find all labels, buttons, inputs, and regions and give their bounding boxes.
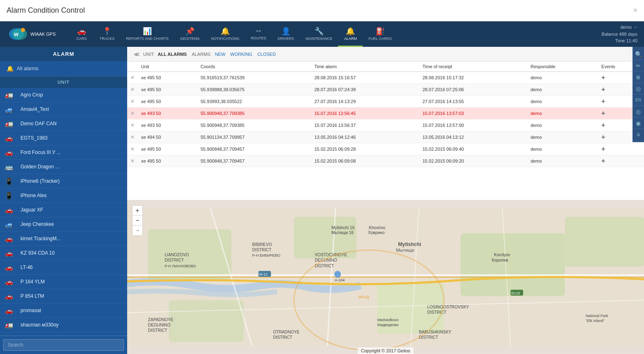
add-event-button[interactable]: + xyxy=(601,98,605,105)
table-cell-2: 13.05.2016 04:12:46 xyxy=(311,131,419,143)
close-alarm-button[interactable]: ✕ xyxy=(130,99,135,104)
close-alarm-button[interactable]: ✕ xyxy=(130,110,135,116)
unit-list-item[interactable]: 🚗 P 164 YLM xyxy=(0,275,127,289)
unit-list-item[interactable]: 🚛 Agro Crop xyxy=(0,88,127,102)
unit-list-item[interactable]: 📱 iPhone Ales xyxy=(0,188,127,203)
table-cell-0: xe 495 50 xyxy=(138,143,197,155)
circle-toolbar-button[interactable]: ◎ xyxy=(633,106,644,117)
nav-item-tracks[interactable]: 📍 TRACKS xyxy=(94,21,121,47)
working-tab[interactable]: WORKING xyxy=(230,52,252,57)
svg-text:Khovrino: Khovrino xyxy=(369,225,385,230)
nav-item-reports[interactable]: 📊 REPORTS AND CHARTS xyxy=(120,21,174,47)
close-button[interactable]: × xyxy=(633,6,637,15)
search-input[interactable] xyxy=(3,339,124,351)
all-alarms-tab[interactable]: ALL ALARMS xyxy=(158,52,187,57)
zoom-in-button[interactable]: + xyxy=(132,206,142,216)
close-alarm-button[interactable]: ✕ xyxy=(130,134,135,140)
table-cell-1: 55.916519,37.761539 xyxy=(197,72,311,84)
search-toolbar-button[interactable]: 🔍 xyxy=(633,48,644,60)
add-event-button[interactable]: + xyxy=(601,86,605,93)
lang-toolbar-button[interactable]: EN xyxy=(633,94,644,106)
unit-icon: 🚗 xyxy=(5,278,16,285)
user-time: Time 11:40 xyxy=(602,37,637,44)
unit-list-item[interactable]: 🚗 P 854 LTM xyxy=(0,289,127,303)
add-event-button[interactable]: + xyxy=(601,110,605,117)
svg-text:DISTRICT: DISTRICT xyxy=(148,328,167,333)
svg-text:Korolyov: Korolyov xyxy=(494,253,510,257)
table-cell-0: xe 494 50 xyxy=(138,131,197,143)
unit-list-item[interactable]: 🚛 shacman м330оу xyxy=(0,318,127,332)
close-alarm-button[interactable]: ✕ xyxy=(130,122,135,128)
nav-item-alarm[interactable]: 🔔 ALARM xyxy=(338,21,363,47)
add-toolbar-button[interactable]: ⊕ xyxy=(633,71,644,83)
unit-list-item[interactable]: 🚌 Golden Dragon ... xyxy=(0,160,127,174)
unit-list-item[interactable]: 🚗 LT-46 xyxy=(0,260,127,275)
unit-list-item[interactable]: 🚗 promasat xyxy=(0,303,127,318)
svg-text:DISTRICT: DISTRICT xyxy=(273,335,292,340)
unit-icon: 🚛 xyxy=(5,91,16,99)
close-alarm-button[interactable]: ✕ xyxy=(130,158,135,164)
nav-item-geoitems[interactable]: 📌 GEOITEMS xyxy=(174,21,206,47)
add-event-button[interactable]: + xyxy=(601,145,605,152)
table-row: ✕xe 495 5055.93993,38.03552227.07.2016 1… xyxy=(127,96,644,108)
table-cell-1: 55.901134,37.709957 xyxy=(197,131,311,143)
table-row: ✕xe 495 5055.939888,38.03567528.07.2016 … xyxy=(127,84,644,96)
add-event-button[interactable]: + xyxy=(601,157,605,164)
map-area: LIANOZOVO DISTRICT Р-Н ЛИАНОВОВО BIBIREV… xyxy=(127,200,644,354)
unit-list-item[interactable]: 🚗 Ford Focus III У ... xyxy=(0,145,127,160)
edit-toolbar-button[interactable]: ✏ xyxy=(633,60,644,71)
page-title: Alarm Condition Control xyxy=(7,6,85,15)
unit-list-item[interactable]: 🚗 Subaru Impreza xyxy=(0,332,127,336)
routes-nav-icon: ↔ xyxy=(255,27,262,35)
all-alarms-item[interactable]: 🔔 All alarms xyxy=(0,61,127,76)
unit-list-item[interactable]: 🚛 Demo DAF CAN xyxy=(0,117,127,131)
unit-icon: 🚗 xyxy=(5,264,16,271)
svg-rect-9 xyxy=(169,300,244,342)
table-cell-3: 28.07.2016 07:25:06 xyxy=(419,84,528,96)
target-toolbar-button[interactable]: ◎ xyxy=(633,83,644,94)
menu-toolbar-button[interactable]: ≡ xyxy=(633,129,644,140)
close-alarm-button[interactable]: ✕ xyxy=(130,87,135,92)
unit-list-item[interactable]: 🚗 Jaguar XF xyxy=(0,203,127,217)
unit-list-item[interactable]: 🚙 Arnavi4_Text xyxy=(0,102,127,117)
close-alarm-button[interactable]: ✕ xyxy=(130,146,135,152)
unit-name: P 854 LTM xyxy=(21,293,44,299)
svg-text:w: w xyxy=(14,31,18,37)
location-button[interactable]: → xyxy=(132,225,142,235)
unit-list-item[interactable]: 🚗 EGTS_1983 xyxy=(0,131,127,145)
add-event-button[interactable]: + xyxy=(601,133,605,140)
closed-tab[interactable]: CLOSED xyxy=(257,52,276,57)
nav-item-routes[interactable]: ↔ ROUTES xyxy=(245,21,272,47)
svg-point-3 xyxy=(21,28,25,32)
svg-text:DISTRICT: DISTRICT xyxy=(164,258,184,262)
circle2-toolbar-button[interactable]: ◉ xyxy=(633,117,644,129)
nav-item-notifications[interactable]: 🔔 NOTIFICATIONS xyxy=(206,21,245,47)
unit-list-item[interactable]: 📱 iPhone6 (Tracker) xyxy=(0,174,127,188)
unit-list-item[interactable]: 🚗 kirnet TrackingM... xyxy=(0,232,127,246)
nav-item-maintenance[interactable]: 🔧 MAINTENANCE xyxy=(300,21,338,47)
zoom-out-button[interactable]: − xyxy=(132,216,142,225)
unit-list-item[interactable]: 🚙 Jeep Cherokee xyxy=(0,217,127,232)
collapse-button[interactable]: ≪ xyxy=(130,49,143,59)
fuelcards-nav-icon: ⛽ xyxy=(376,27,385,36)
table-cell-1: 55.900948,37.709385 xyxy=(197,120,311,131)
nav-item-cars[interactable]: 🚗 CARS xyxy=(69,21,94,47)
table-cell-3: 28.08.2016 15:17:32 xyxy=(419,72,528,84)
unit-name: KZ 934 CDA 10 xyxy=(21,250,55,256)
close-alarm-button[interactable]: ✕ xyxy=(130,75,135,80)
new-tab[interactable]: NEW xyxy=(215,52,226,57)
table-cell-1: 55.939888,38.035675 xyxy=(197,84,311,96)
add-event-button[interactable]: + xyxy=(601,74,605,81)
svg-text:Р-Н ЛИАНОВОВО: Р-Н ЛИАНОВОВО xyxy=(164,264,196,268)
drivers-nav-label: DRIVERS xyxy=(278,37,294,41)
nav-item-drivers[interactable]: 👤 DRIVERS xyxy=(272,21,300,47)
unit-list-item[interactable]: 🚗 KZ 934 CDA 10 xyxy=(0,246,127,260)
svg-text:Мытищи: Мытищи xyxy=(396,248,414,253)
table-cell-0: xe 493 50 xyxy=(138,108,197,120)
table-row: ✕xe 493 5055.900948,37.70938515.07.2016 … xyxy=(127,120,644,131)
nav-item-fuelcards[interactable]: ⛽ FUEL CARDS xyxy=(363,21,397,47)
add-event-button[interactable]: + xyxy=(601,122,605,129)
table-cell-3: 15.07.2016 13:57:00 xyxy=(419,120,528,131)
user-name: demo → xyxy=(602,24,637,31)
table-cell-0: xe 495 50 xyxy=(138,84,197,96)
